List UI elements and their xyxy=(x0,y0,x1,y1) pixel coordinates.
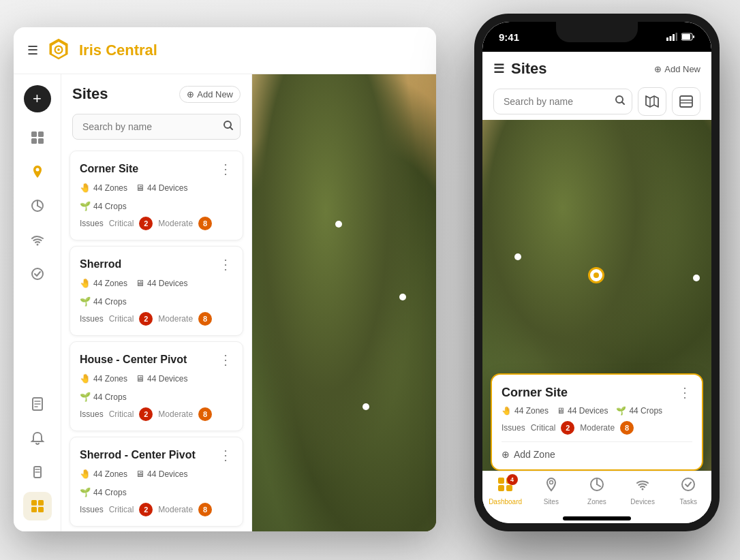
devices-count-1: 44 Devices xyxy=(147,279,187,288)
phone-map-point-2 xyxy=(693,275,700,281)
battery-icon xyxy=(681,33,695,41)
crops-icon-2: 🌱 xyxy=(80,392,91,402)
site-stats-1: 🤚 44 Zones 🖥 44 Devices 🌱 44 Crops xyxy=(80,278,233,307)
desktop-body: + xyxy=(14,74,436,531)
add-new-label: Add New xyxy=(197,89,233,99)
phone-search-box xyxy=(493,89,632,114)
sites-list: Corner Site ⋮ 🤚 44 Zones 🖥 44 Devices xyxy=(61,145,251,531)
search-input[interactable] xyxy=(72,114,241,140)
svg-rect-20 xyxy=(38,500,44,505)
phone-add-new-icon: ⊕ xyxy=(654,64,662,74)
phone-moderate-label: Moderate xyxy=(580,423,615,433)
site-card-1[interactable]: Sherrod ⋮ 🤚 44 Zones 🖥 44 Devices xyxy=(70,246,243,336)
more-options-2[interactable]: ⋮ xyxy=(219,352,233,368)
phone-search-icon[interactable] xyxy=(615,95,626,108)
phone-map-view-button[interactable] xyxy=(638,87,666,116)
search-icon[interactable] xyxy=(223,120,234,134)
phone-devices-count: 44 Devices xyxy=(568,406,608,416)
svg-rect-22 xyxy=(38,507,44,512)
titlebar: ☰ Iris Central xyxy=(14,27,436,74)
desktop-app: ☰ Iris Central + xyxy=(14,27,436,531)
site-name-1: Sherrod xyxy=(80,258,121,270)
svg-line-33 xyxy=(622,102,625,105)
sidebar-icon-tools[interactable] xyxy=(23,458,52,486)
phone-critical-label: Critical xyxy=(531,423,556,433)
sidebar-icon-dashboard[interactable] xyxy=(23,123,52,152)
phone-add-new-button[interactable]: ⊕ Add New xyxy=(654,64,700,74)
site-stats-3: 🤚 44 Zones 🖥 44 Devices 🌱 44 Crops xyxy=(80,469,233,497)
sidebar-icon-grid-active[interactable] xyxy=(23,492,52,520)
sidebar-icon-tasks[interactable] xyxy=(23,260,52,288)
svg-rect-30 xyxy=(682,34,690,40)
phone-search-input[interactable] xyxy=(493,89,632,114)
phone-map[interactable]: Corner Site ⋮ 🤚 44 Zones 🖥 44 Devices xyxy=(482,120,711,471)
svg-point-11 xyxy=(32,268,43,279)
crops-count-0: 44 Crops xyxy=(93,202,127,211)
nav-item-dashboard[interactable]: 4 Dashboard xyxy=(485,477,526,505)
phone-hamburger-icon[interactable]: ☰ xyxy=(493,61,504,76)
devices-icon-3: 🖥 xyxy=(136,469,144,479)
sidebar: + xyxy=(14,74,61,531)
phone-screen: 9:41 ☰ Sites xyxy=(482,22,711,523)
svg-rect-5 xyxy=(38,131,44,137)
svg-point-10 xyxy=(36,244,38,246)
phone-moderate-badge: 8 xyxy=(620,421,634,435)
devices-count-3: 44 Devices xyxy=(147,469,187,479)
nav-devices-icon xyxy=(635,477,650,496)
crops-icon-1: 🌱 xyxy=(80,296,91,307)
devices-count-0: 44 Devices xyxy=(147,183,187,193)
critical-badge-3: 2 xyxy=(139,503,153,516)
nav-dashboard-label: Dashboard xyxy=(489,498,522,505)
phone-map-point-1 xyxy=(514,253,521,260)
site-name-2: House - Center Pivot xyxy=(80,354,187,366)
site-card-3[interactable]: Sherrod - Center Pivot ⋮ 🤚 44 Zones 🖥 44… xyxy=(70,437,243,527)
add-new-plus-icon: ⊕ xyxy=(187,89,194,99)
add-new-button[interactable]: ⊕ Add New xyxy=(179,86,241,103)
sidebar-icon-notifications[interactable] xyxy=(23,424,52,452)
site-card-0[interactable]: Corner Site ⋮ 🤚 44 Zones 🖥 44 Devices xyxy=(70,151,243,240)
critical-badge-1: 2 xyxy=(139,312,153,326)
svg-rect-19 xyxy=(31,500,37,505)
site-stats-0: 🤚 44 Zones 🖥 44 Devices 🌱 44 Crops xyxy=(80,183,233,211)
plus-icon: + xyxy=(33,90,42,108)
phone-crops-count: 44 Crops xyxy=(629,406,662,416)
zones-icon-0: 🤚 xyxy=(80,183,91,193)
sidebar-icon-reports[interactable] xyxy=(23,390,52,418)
sidebar-icon-sites[interactable] xyxy=(23,157,52,186)
svg-rect-27 xyxy=(673,34,675,41)
nav-item-tasks[interactable]: Tasks xyxy=(668,477,709,505)
nav-item-sites[interactable]: Sites xyxy=(531,477,572,505)
sidebar-add-button[interactable]: + xyxy=(24,85,51,112)
zones-icon-2: 🤚 xyxy=(80,373,91,384)
nav-item-zones[interactable]: Zones xyxy=(576,477,617,505)
nav-dashboard-icon: 4 xyxy=(497,477,514,496)
more-options-1[interactable]: ⋮ xyxy=(219,256,233,273)
svg-rect-6 xyxy=(31,138,37,144)
phone-add-new-label: Add New xyxy=(664,64,700,74)
phone-topbar: ☰ Sites ⊕ Add New xyxy=(482,52,711,83)
sidebar-icon-wifi[interactable] xyxy=(23,225,52,254)
phone-home-indicator xyxy=(563,516,631,520)
nav-item-devices[interactable]: Devices xyxy=(622,477,663,505)
add-zone-button[interactable]: ⊕ Add Zone xyxy=(502,449,692,460)
crops-icon-3: 🌱 xyxy=(80,487,91,497)
more-options-3[interactable]: ⋮ xyxy=(219,447,233,463)
sidebar-icon-analytics[interactable] xyxy=(23,191,52,220)
svg-line-24 xyxy=(230,127,233,130)
phone-critical-badge: 2 xyxy=(561,421,574,435)
site-card-2[interactable]: House - Center Pivot ⋮ 🤚 44 Zones 🖥 44 D… xyxy=(70,341,243,431)
zones-count-3: 44 Zones xyxy=(93,469,127,479)
phone-card-more-options[interactable]: ⋮ xyxy=(678,384,692,401)
map-point-1 xyxy=(335,221,342,228)
svg-rect-42 xyxy=(506,485,512,491)
more-options-0[interactable]: ⋮ xyxy=(219,161,233,177)
map-area[interactable] xyxy=(252,74,436,531)
phone-list-view-button[interactable] xyxy=(672,87,700,116)
phone-site-card[interactable]: Corner Site ⋮ 🤚 44 Zones 🖥 44 Devices xyxy=(491,373,703,471)
moderate-badge-0: 8 xyxy=(198,217,212,230)
phone-zones-count: 44 Zones xyxy=(514,406,549,416)
hamburger-icon[interactable]: ☰ xyxy=(27,43,38,58)
devices-count-2: 44 Devices xyxy=(147,374,187,384)
phone-status-icons xyxy=(666,33,695,41)
svg-rect-25 xyxy=(666,37,668,41)
